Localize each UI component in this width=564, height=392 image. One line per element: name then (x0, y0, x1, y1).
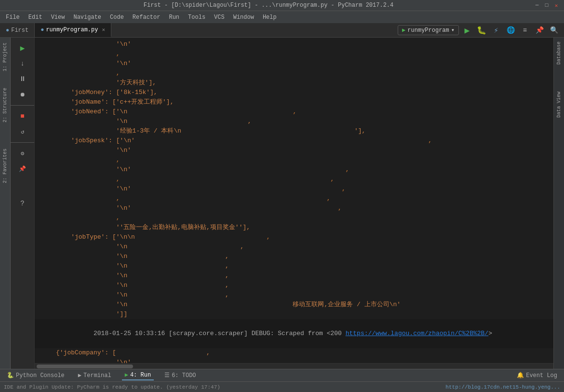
menu-tools[interactable]: Tools (184, 13, 209, 22)
resume-button[interactable]: ▶ (16, 41, 29, 55)
run-icon: ▶ (125, 371, 128, 378)
tab-first-label: First (11, 27, 28, 34)
stop-button[interactable]: ■ (16, 109, 29, 123)
right-panel-area: Database Data View (553, 38, 564, 369)
horizontal-scrollbar[interactable] (35, 363, 553, 369)
status-url: http://blog.17cdn.net15-hung.yeng... (445, 384, 560, 390)
status-message: IDE and Plugin Update: PyCharm is ready … (4, 384, 220, 390)
pause-button[interactable]: ⏸ (16, 72, 29, 86)
rerun-button[interactable]: ↺ (16, 125, 29, 138)
window-title: First - [D:\spider\Lagou\First] - ...\ru… (4, 2, 533, 9)
step-over-button[interactable]: ↓ (16, 57, 29, 70)
code-line: '\n' , (35, 203, 553, 213)
menu-edit[interactable]: Edit (25, 13, 46, 22)
editor-tabbar: ● First ● runmyProgram.py ✕ ▶ runmyProgr… (0, 23, 564, 38)
tab-dot-icon: ● (40, 27, 44, 33)
code-line: , (35, 213, 553, 223)
database-panel-tab[interactable]: Database (555, 38, 563, 68)
code-line: '方天科技'], (35, 78, 553, 88)
menu-window[interactable]: Window (229, 13, 258, 22)
menubar: File Edit View Navigate Code Refactor Ru… (0, 11, 564, 23)
run-tab[interactable]: ▶ 4: Run (122, 370, 154, 380)
event-log-icon: 🔔 (517, 372, 524, 379)
code-line: 'jobMoney': ['8k-15k'], (35, 88, 553, 97)
code-line: '\n , (35, 261, 553, 271)
run-button[interactable]: ▶ (461, 24, 473, 37)
pin-button[interactable]: 📌 (533, 24, 546, 37)
code-line: '\n' , (35, 165, 553, 175)
code-line: '\n , (35, 252, 553, 261)
code-line: '\n , (35, 242, 553, 252)
code-line: , (35, 68, 553, 78)
python-console-tab[interactable]: 🐍 Python Console (4, 371, 67, 380)
debug-output-line: 2018-01-25 10:33:16 [scrapy.core.scraper… (35, 319, 553, 348)
code-line: '\n' (35, 146, 553, 155)
code-line: '\n , (35, 271, 553, 281)
run-config-icon: ▶ (402, 27, 405, 34)
profile-button[interactable]: 🌐 (504, 24, 517, 37)
code-line: , (35, 49, 553, 59)
tab-dot-icon: ● (6, 27, 9, 34)
bottom-panel: 🐍 Python Console ▶ Terminal ▶ 4: Run ☰ 6… (0, 369, 564, 381)
code-line: 'jobNeed': ['\n , (35, 107, 553, 117)
menu-vcs[interactable]: VCS (210, 13, 228, 22)
tab-first[interactable]: ● First (0, 23, 35, 37)
menu-view[interactable]: View (47, 13, 69, 22)
tab-runmyprogram[interactable]: ● runmyProgram.py ✕ (35, 23, 111, 37)
code-line: , (35, 155, 553, 165)
code-line: '\n' (35, 358, 553, 363)
code-line: 'jobType': ['\n\n , (35, 232, 553, 242)
event-log-tab[interactable]: 🔔 Event Log (514, 371, 560, 380)
tab-close-icon[interactable]: ✕ (102, 27, 105, 33)
code-line: 'jobSpesk': ['\n' , (35, 136, 553, 146)
code-line: '\n , (35, 281, 553, 290)
chevron-down-icon: ▾ (451, 27, 455, 34)
menu-code[interactable]: Code (106, 13, 128, 22)
code-editor: '\n' , '\n' , (35, 38, 553, 369)
code-line: {'jobCompany': [ , (35, 348, 553, 358)
menu-run[interactable]: Run (165, 13, 183, 22)
code-line: ''五险一金,出勤补贴,电脑补贴,项目奖金''], (35, 223, 553, 232)
project-panel-tab[interactable]: 1: Project (1, 40, 9, 74)
code-line: '\n , (35, 290, 553, 300)
close-button[interactable]: ✕ (552, 1, 560, 9)
coverage-button[interactable]: ⚡ (490, 24, 502, 37)
code-line: 'jobName': ['c++开发工程师'], (35, 97, 553, 107)
tab-runmyprogram-label: runmyProgram.py (46, 27, 98, 33)
settings-button[interactable]: ⚙ (16, 147, 29, 160)
code-content[interactable]: '\n' , '\n' , (35, 38, 553, 363)
code-line: '\n , (35, 117, 553, 126)
terminal-tab[interactable]: ▶ Terminal (75, 371, 114, 380)
todo-tab[interactable]: ☰ 6: TODO (161, 371, 199, 380)
code-line: ']] (35, 310, 553, 319)
search-button[interactable]: 🔍 (548, 24, 560, 37)
run-config-label: runmyProgram (407, 27, 449, 34)
maximize-button[interactable]: □ (543, 1, 551, 9)
structure-panel-tab[interactable]: 2: Structure (1, 85, 9, 125)
debug-button[interactable]: 🐛 (475, 24, 488, 37)
menu-help[interactable]: Help (259, 13, 281, 22)
titlebar: First - [D:\spider\Lagou\First] - ...\ru… (0, 0, 564, 11)
minimize-button[interactable]: ─ (533, 1, 541, 9)
statusbar: IDE and Plugin Update: PyCharm is ready … (0, 381, 564, 392)
todo-icon: ☰ (164, 372, 170, 379)
code-line: '\n 移动互联网,企业服务 / 上市公司\n' (35, 300, 553, 310)
menu-refactor[interactable]: Refactor (129, 13, 164, 22)
code-line: '\n' (35, 59, 553, 68)
run-panel: ▶ ↓ ⏸ ⏺ ■ ↺ ⚙ 📌 ? (11, 38, 35, 369)
menu-button[interactable]: ≡ (519, 24, 531, 37)
record-button[interactable]: ⏺ (16, 88, 29, 101)
left-panel-tabs: 1: Project 2: Structure 2: Favorites (0, 38, 11, 369)
pin-run-button[interactable]: 📌 (16, 162, 29, 176)
question-button[interactable]: ? (16, 197, 29, 210)
window-controls[interactable]: ─ □ ✕ (533, 1, 560, 9)
scrollbar-thumb[interactable] (37, 365, 133, 368)
dataview-panel-tab[interactable]: Data View (555, 88, 563, 122)
code-line: '\n' (35, 40, 553, 49)
menu-file[interactable]: File (2, 13, 24, 22)
menu-navigate[interactable]: Navigate (69, 13, 105, 22)
run-config-selector[interactable]: ▶ runmyProgram ▾ (398, 25, 459, 35)
code-line: , , (35, 194, 553, 203)
code-line: '经验1-3年 / 本科\n '], (35, 126, 553, 136)
favorites-panel-tab[interactable]: 2: Favorites (1, 146, 9, 186)
